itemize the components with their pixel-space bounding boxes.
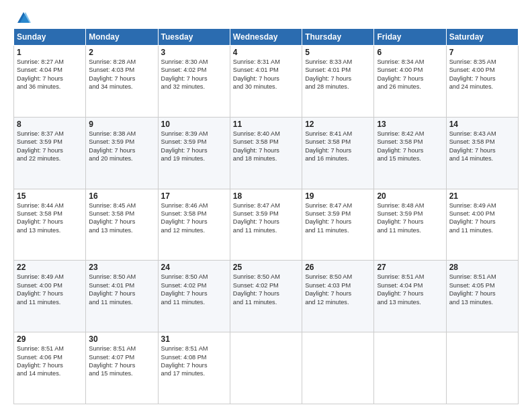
day-info: Sunrise: 8:51 AMSunset: 4:04 PMDaylight:… <box>377 273 424 305</box>
day-info: Sunrise: 8:48 AMSunset: 3:59 PMDaylight:… <box>377 202 424 234</box>
calendar-cell: 20Sunrise: 8:48 AMSunset: 3:59 PMDayligh… <box>374 189 446 261</box>
day-number: 18 <box>233 191 299 201</box>
calendar-cell: 10Sunrise: 8:39 AMSunset: 3:59 PMDayligh… <box>158 117 230 189</box>
calendar-week-3: 22Sunrise: 8:49 AMSunset: 4:00 PMDayligh… <box>14 261 519 332</box>
day-number: 1 <box>17 48 83 57</box>
day-info: Sunrise: 8:47 AMSunset: 3:59 PMDaylight:… <box>305 202 352 234</box>
day-info: Sunrise: 8:35 AMSunset: 4:00 PMDaylight:… <box>449 58 496 90</box>
day-number: 21 <box>449 191 515 201</box>
calendar-cell <box>302 332 374 404</box>
day-number: 26 <box>305 263 371 272</box>
calendar-cell: 9Sunrise: 8:38 AMSunset: 3:59 PMDaylight… <box>86 117 158 189</box>
calendar-cell: 15Sunrise: 8:44 AMSunset: 3:58 PMDayligh… <box>14 189 86 261</box>
day-info: Sunrise: 8:33 AMSunset: 4:01 PMDaylight:… <box>305 58 352 90</box>
day-number: 10 <box>161 120 227 129</box>
day-number: 19 <box>305 191 371 201</box>
calendar-cell: 21Sunrise: 8:49 AMSunset: 4:00 PMDayligh… <box>446 189 518 261</box>
day-number: 22 <box>17 263 83 272</box>
calendar-cell: 31Sunrise: 8:51 AMSunset: 4:08 PMDayligh… <box>158 332 230 404</box>
day-number: 17 <box>161 191 227 201</box>
day-info: Sunrise: 8:47 AMSunset: 3:59 PMDaylight:… <box>233 202 280 234</box>
day-number: 7 <box>449 48 515 57</box>
day-number: 23 <box>89 263 154 272</box>
day-info: Sunrise: 8:44 AMSunset: 3:58 PMDaylight:… <box>17 202 64 234</box>
calendar-cell <box>374 332 446 404</box>
day-info: Sunrise: 8:30 AMSunset: 4:02 PMDaylight:… <box>161 58 208 90</box>
calendar-cell: 28Sunrise: 8:51 AMSunset: 4:05 PMDayligh… <box>446 261 518 332</box>
weekday-header-row: SundayMondayTuesdayWednesdayThursdayFrid… <box>14 29 519 46</box>
day-number: 24 <box>161 263 227 272</box>
day-number: 16 <box>89 191 154 201</box>
day-info: Sunrise: 8:49 AMSunset: 4:00 PMDaylight:… <box>17 273 64 305</box>
day-number: 15 <box>17 191 83 201</box>
header <box>13 11 519 23</box>
day-info: Sunrise: 8:50 AMSunset: 4:03 PMDaylight:… <box>305 273 352 305</box>
day-info: Sunrise: 8:50 AMSunset: 4:01 PMDaylight:… <box>89 273 136 305</box>
day-info: Sunrise: 8:27 AMSunset: 4:04 PMDaylight:… <box>17 58 64 90</box>
weekday-header-friday: Friday <box>374 29 446 46</box>
calendar-cell: 24Sunrise: 8:50 AMSunset: 4:02 PMDayligh… <box>158 261 230 332</box>
calendar-cell: 29Sunrise: 8:51 AMSunset: 4:06 PMDayligh… <box>14 332 86 404</box>
day-number: 11 <box>233 120 299 129</box>
day-number: 12 <box>305 120 371 129</box>
calendar-cell: 12Sunrise: 8:41 AMSunset: 3:58 PMDayligh… <box>302 117 374 189</box>
calendar-cell: 22Sunrise: 8:49 AMSunset: 4:00 PMDayligh… <box>14 261 86 332</box>
calendar-cell: 18Sunrise: 8:47 AMSunset: 3:59 PMDayligh… <box>230 189 302 261</box>
calendar-cell: 4Sunrise: 8:31 AMSunset: 4:01 PMDaylight… <box>230 46 302 118</box>
day-info: Sunrise: 8:50 AMSunset: 4:02 PMDaylight:… <box>233 273 280 305</box>
calendar-cell: 2Sunrise: 8:28 AMSunset: 4:03 PMDaylight… <box>86 46 158 118</box>
calendar-cell: 23Sunrise: 8:50 AMSunset: 4:01 PMDayligh… <box>86 261 158 332</box>
day-info: Sunrise: 8:28 AMSunset: 4:03 PMDaylight:… <box>89 58 136 90</box>
day-info: Sunrise: 8:31 AMSunset: 4:01 PMDaylight:… <box>233 58 280 90</box>
day-number: 4 <box>233 48 299 57</box>
calendar-cell: 17Sunrise: 8:46 AMSunset: 3:58 PMDayligh… <box>158 189 230 261</box>
weekday-header-wednesday: Wednesday <box>230 29 302 46</box>
day-info: Sunrise: 8:51 AMSunset: 4:06 PMDaylight:… <box>17 345 64 377</box>
weekday-header-thursday: Thursday <box>302 29 374 46</box>
day-info: Sunrise: 8:51 AMSunset: 4:05 PMDaylight:… <box>449 273 496 305</box>
day-info: Sunrise: 8:51 AMSunset: 4:07 PMDaylight:… <box>89 345 136 377</box>
calendar-cell: 5Sunrise: 8:33 AMSunset: 4:01 PMDaylight… <box>302 46 374 118</box>
calendar-cell: 14Sunrise: 8:43 AMSunset: 3:58 PMDayligh… <box>446 117 518 189</box>
calendar-cell: 13Sunrise: 8:42 AMSunset: 3:58 PMDayligh… <box>374 117 446 189</box>
weekday-header-tuesday: Tuesday <box>158 29 230 46</box>
calendar-cell: 27Sunrise: 8:51 AMSunset: 4:04 PMDayligh… <box>374 261 446 332</box>
day-info: Sunrise: 8:50 AMSunset: 4:02 PMDaylight:… <box>161 273 208 305</box>
page: SundayMondayTuesdayWednesdayThursdayFrid… <box>0 0 532 411</box>
day-number: 5 <box>305 48 371 57</box>
calendar-cell: 26Sunrise: 8:50 AMSunset: 4:03 PMDayligh… <box>302 261 374 332</box>
calendar-table: SundayMondayTuesdayWednesdayThursdayFrid… <box>13 28 519 404</box>
day-info: Sunrise: 8:38 AMSunset: 3:59 PMDaylight:… <box>89 130 136 162</box>
day-number: 13 <box>377 120 443 129</box>
calendar-cell: 6Sunrise: 8:34 AMSunset: 4:00 PMDaylight… <box>374 46 446 118</box>
calendar-cell: 11Sunrise: 8:40 AMSunset: 3:58 PMDayligh… <box>230 117 302 189</box>
day-info: Sunrise: 8:34 AMSunset: 4:00 PMDaylight:… <box>377 58 424 90</box>
calendar-cell: 1Sunrise: 8:27 AMSunset: 4:04 PMDaylight… <box>14 46 86 118</box>
day-info: Sunrise: 8:39 AMSunset: 3:59 PMDaylight:… <box>161 130 208 162</box>
day-info: Sunrise: 8:37 AMSunset: 3:59 PMDaylight:… <box>17 130 64 162</box>
weekday-header-saturday: Saturday <box>446 29 518 46</box>
day-info: Sunrise: 8:41 AMSunset: 3:58 PMDaylight:… <box>305 130 352 162</box>
day-number: 3 <box>161 48 227 57</box>
calendar-cell: 3Sunrise: 8:30 AMSunset: 4:02 PMDaylight… <box>158 46 230 118</box>
calendar-week-2: 15Sunrise: 8:44 AMSunset: 3:58 PMDayligh… <box>14 189 519 261</box>
day-number: 2 <box>89 48 154 57</box>
day-info: Sunrise: 8:42 AMSunset: 3:58 PMDaylight:… <box>377 130 424 162</box>
calendar-cell: 16Sunrise: 8:45 AMSunset: 3:58 PMDayligh… <box>86 189 158 261</box>
calendar-cell: 30Sunrise: 8:51 AMSunset: 4:07 PMDayligh… <box>86 332 158 404</box>
calendar-cell: 7Sunrise: 8:35 AMSunset: 4:00 PMDaylight… <box>446 46 518 118</box>
weekday-header-sunday: Sunday <box>14 29 86 46</box>
day-number: 27 <box>377 263 443 272</box>
calendar-cell <box>230 332 302 404</box>
day-number: 29 <box>17 334 83 344</box>
day-info: Sunrise: 8:46 AMSunset: 3:58 PMDaylight:… <box>161 202 208 234</box>
day-number: 30 <box>89 334 154 344</box>
day-number: 14 <box>449 120 515 129</box>
logo <box>13 11 31 23</box>
day-number: 8 <box>17 120 83 129</box>
calendar-week-0: 1Sunrise: 8:27 AMSunset: 4:04 PMDaylight… <box>14 46 519 118</box>
day-number: 31 <box>161 334 227 344</box>
day-number: 9 <box>89 120 154 129</box>
calendar-week-4: 29Sunrise: 8:51 AMSunset: 4:06 PMDayligh… <box>14 332 519 404</box>
day-number: 6 <box>377 48 443 57</box>
